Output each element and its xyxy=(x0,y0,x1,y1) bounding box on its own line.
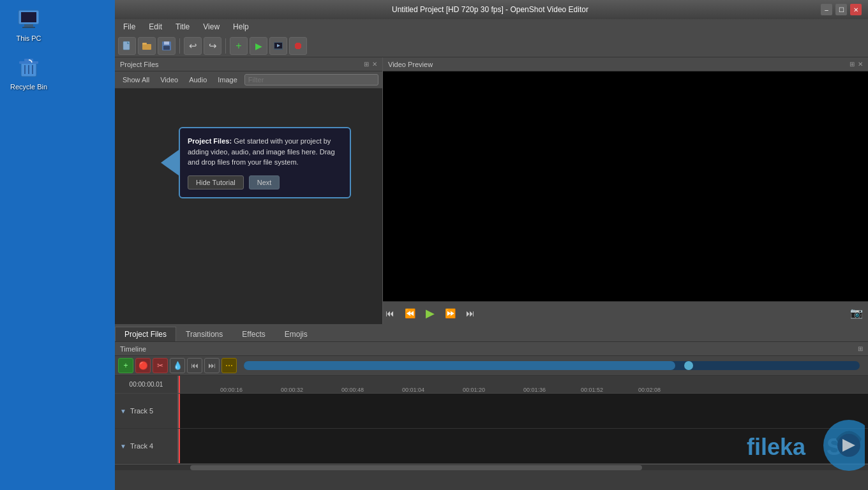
project-files-panel: Project Files ⊞ ✕ Show All Video Audio I… xyxy=(115,57,383,324)
svg-text:fileka: fileka xyxy=(747,434,806,460)
video-preview-title: Video Preview xyxy=(388,61,433,68)
tab-effects[interactable]: Effects xyxy=(232,327,274,341)
svg-rect-15 xyxy=(163,46,170,50)
app-title: Untitled Project [HD 720p 30 fps] - Open… xyxy=(160,5,821,14)
bottom-tabs: Project Files Transitions Effects Emojis xyxy=(115,324,868,342)
menu-bar: File Edit Title View Help xyxy=(115,19,868,34)
timeline-progress-bar[interactable] xyxy=(244,361,860,370)
ruler-ts-7: 00:02:08 xyxy=(638,387,661,393)
svg-rect-12 xyxy=(142,43,147,45)
svg-rect-3 xyxy=(22,27,35,28)
tutorial-buttons: Hide Tutorial Next xyxy=(188,175,342,189)
filter-video[interactable]: Video xyxy=(156,75,182,85)
track-5-label: ▼ Track 5 xyxy=(115,394,179,428)
timeline-expand-icon[interactable]: ⊞ xyxy=(858,345,863,352)
video-panel-controls: ⊞ ✕ xyxy=(849,61,863,68)
files-area[interactable]: Project Files: Get started with your pro… xyxy=(115,89,382,324)
video-preview-header: Video Preview ⊞ ✕ xyxy=(383,57,868,71)
top-panels: Project Files ⊞ ✕ Show All Video Audio I… xyxy=(115,57,868,324)
filter-image[interactable]: Image xyxy=(214,75,241,85)
filter-show-all[interactable]: Show All xyxy=(119,75,153,85)
undo-button[interactable]: ↩ xyxy=(184,37,202,55)
this-pc-label: This PC xyxy=(16,34,41,42)
new-file-button[interactable] xyxy=(118,37,136,55)
window-controls: – ☐ ✕ xyxy=(821,4,862,15)
tutorial-title: Project Files: xyxy=(188,137,232,145)
menu-title[interactable]: Title xyxy=(170,21,195,33)
timeline-jump-end-button[interactable]: ⏭ xyxy=(204,358,220,373)
title-bar: Untitled Project [HD 720p 30 fps] - Open… xyxy=(115,0,868,19)
timeline-ruler: 00:00:16 00:00:32 00:00:48 00:01:04 00:0… xyxy=(179,376,868,393)
track-5-name: Track 5 xyxy=(130,407,153,415)
play-pause-button[interactable]: ▶ xyxy=(423,304,437,323)
track-4-name: Track 4 xyxy=(130,442,153,450)
menu-edit[interactable]: Edit xyxy=(144,21,167,33)
toolbar-separator-1 xyxy=(179,38,180,54)
timeline-toolbar: + 🔴 ✂ 💧 ⏮ ⏭ ⋯ xyxy=(115,356,868,376)
desktop-icon-recycle-bin[interactable]: Recycle Bin xyxy=(6,55,51,91)
timeline-multitrack-button[interactable]: ⋯ xyxy=(221,358,237,373)
next-tutorial-button[interactable]: Next xyxy=(249,175,280,189)
timeline-remove-button[interactable]: 🔴 xyxy=(135,358,151,373)
svg-rect-10 xyxy=(123,41,130,50)
track-4-arrow: ▼ xyxy=(120,443,126,450)
scrollbar-thumb[interactable] xyxy=(190,465,642,470)
menu-file[interactable]: File xyxy=(118,21,140,33)
close-button[interactable]: ✕ xyxy=(850,4,862,15)
ruler-ts-3: 00:01:04 xyxy=(402,387,424,393)
open-button[interactable] xyxy=(138,37,156,55)
ruler-ts-1: 00:00:32 xyxy=(281,387,303,393)
panel-controls: ⊞ ✕ xyxy=(364,61,377,68)
svg-rect-1 xyxy=(21,12,36,22)
hide-tutorial-button[interactable]: Hide Tutorial xyxy=(188,175,244,189)
ruler-ts-4: 00:01:20 xyxy=(463,387,485,393)
timeline-add-track-button[interactable]: + xyxy=(118,358,133,373)
playhead-ruler xyxy=(179,376,180,393)
project-files-header: Project Files ⊞ ✕ xyxy=(115,57,382,71)
add-button[interactable]: + xyxy=(230,37,248,55)
tab-project-files[interactable]: Project Files xyxy=(115,327,176,341)
recycle-bin-label: Recycle Bin xyxy=(10,83,47,91)
ruler-timestamps: 00:00:16 00:00:32 00:00:48 00:01:04 00:0… xyxy=(179,376,868,393)
filter-input[interactable] xyxy=(244,74,378,85)
video-panel-resize-icon[interactable]: ⊞ xyxy=(849,61,855,68)
svg-rect-14 xyxy=(164,41,169,45)
play-button[interactable]: ▶ xyxy=(250,37,267,55)
menu-help[interactable]: Help xyxy=(228,21,254,33)
save-button[interactable] xyxy=(158,37,176,55)
timeline-thumb[interactable] xyxy=(684,361,693,370)
jump-to-start-button[interactable]: ⏮ xyxy=(383,306,397,321)
timeline-scissors-button[interactable]: ✂ xyxy=(153,358,168,373)
toolbar: ↩ ↪ + ▶ ⏺ xyxy=(115,34,868,57)
record-button[interactable]: ⏺ xyxy=(289,37,307,55)
panel-resize-icon[interactable]: ⊞ xyxy=(364,61,369,68)
video-panel-close-icon[interactable]: ✕ xyxy=(858,61,863,68)
timeline-title: Timeline xyxy=(120,345,146,353)
tab-transitions[interactable]: Transitions xyxy=(176,327,232,341)
import-button[interactable] xyxy=(269,37,287,55)
rewind-button[interactable]: ⏪ xyxy=(402,306,418,321)
video-controls: ⏮ ⏪ ▶ ⏩ ⏭ 📷 xyxy=(383,301,868,324)
tab-emojis[interactable]: Emojis xyxy=(275,327,317,341)
app-window: Untitled Project [HD 720p 30 fps] - Open… xyxy=(115,0,868,490)
ruler-ts-2: 00:00:48 xyxy=(341,387,364,393)
desktop: This PC Recycle Bin xyxy=(0,0,115,490)
camera-button[interactable]: 📷 xyxy=(850,307,863,319)
ruler-ts-0: 00:00:16 xyxy=(220,387,243,393)
fast-forward-button[interactable]: ⏩ xyxy=(442,306,458,321)
timeline-jump-start-button[interactable]: ⏮ xyxy=(187,358,202,373)
jump-to-end-button[interactable]: ⏭ xyxy=(463,306,477,321)
desktop-icon-this-pc[interactable]: This PC xyxy=(6,6,51,42)
filter-audio[interactable]: Audio xyxy=(185,75,211,85)
filter-bar: Show All Video Audio Image xyxy=(115,71,382,89)
minimize-button[interactable]: – xyxy=(821,4,832,15)
timeline-water-button[interactable]: 💧 xyxy=(170,358,185,373)
tutorial-arrow xyxy=(161,150,179,175)
menu-view[interactable]: View xyxy=(198,21,225,33)
track-5-arrow: ▼ xyxy=(120,408,126,415)
toolbar-separator-2 xyxy=(225,38,226,54)
timeline-ruler-row: 00:00:00.01 00:00:16 00:00:32 00:00:48 0… xyxy=(115,376,868,394)
redo-button[interactable]: ↪ xyxy=(204,37,221,55)
panel-close-icon[interactable]: ✕ xyxy=(372,61,377,68)
maximize-button[interactable]: ☐ xyxy=(835,4,847,15)
